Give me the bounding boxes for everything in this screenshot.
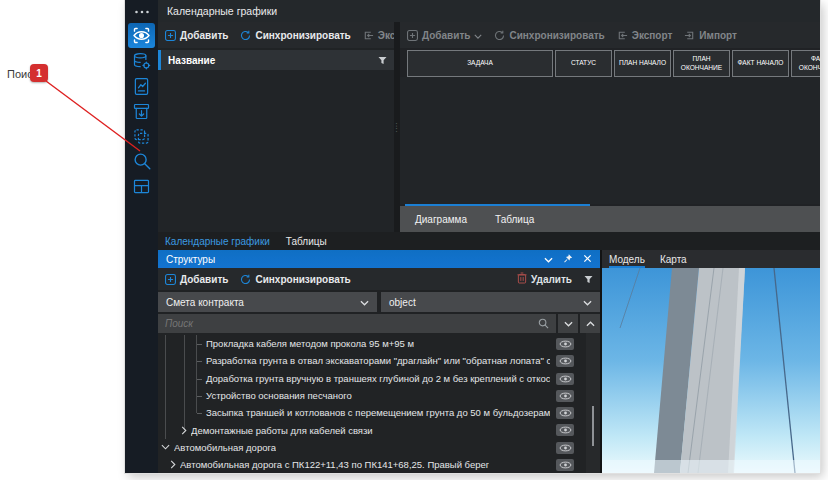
chevron-down-icon <box>360 297 369 308</box>
chevron-down-icon[interactable] <box>161 444 170 450</box>
chevron-right-icon[interactable] <box>170 460 176 469</box>
structures-title: Структуры <box>166 254 215 265</box>
gantt-tabbar: Диаграмма Таблица <box>400 206 820 232</box>
tree-item[interactable]: Доработка грунта вручную в траншеях глуб… <box>158 370 600 387</box>
search-input[interactable] <box>165 318 538 329</box>
chevron-right-icon[interactable] <box>181 426 187 435</box>
column-header[interactable]: СТАТУС <box>555 50 612 77</box>
add-label: Добавить <box>422 30 470 41</box>
structures-panel: Структуры Добавить <box>158 250 600 473</box>
import-icon <box>684 30 695 41</box>
visibility-toggle[interactable] <box>556 373 574 385</box>
tree-item-label: Устройство основания песчаного <box>197 390 352 401</box>
export-icon <box>617 30 628 41</box>
visibility-toggle[interactable] <box>556 424 574 436</box>
schedules-list-panel: Добавить Синхронизировать Экспорт И <box>158 22 394 232</box>
app-window: Календарные графики Добавить Синхронизир… <box>125 0 820 473</box>
archive-import-icon[interactable] <box>128 99 155 123</box>
column-header[interactable]: ПЛАН ОКОНЧАНИЕ <box>673 50 730 77</box>
tree-item[interactable]: Демонтажные работы для кабелей связи <box>158 421 600 438</box>
visibility-toggle[interactable] <box>556 407 574 419</box>
tab-table[interactable]: Таблица <box>495 214 534 225</box>
sync-icon <box>494 30 505 41</box>
chevron-down-icon[interactable] <box>544 254 553 265</box>
column-header[interactable]: ФАКТ НАЧАЛО <box>732 50 789 77</box>
plus-icon <box>407 30 418 41</box>
copy-layers-icon[interactable] <box>128 124 155 148</box>
close-icon[interactable] <box>583 254 592 265</box>
model-3d-viewport[interactable] <box>602 268 820 473</box>
structures-header[interactable]: Структуры <box>158 250 600 268</box>
tree-item[interactable]: Прокладка кабеля методом прокола 95 м+95… <box>158 335 600 352</box>
sync-button[interactable]: Синхронизировать <box>240 30 350 41</box>
tree-item[interactable]: Автомобильная дорога <box>158 439 600 456</box>
search-field[interactable] <box>158 314 556 333</box>
column-header[interactable]: ФАКТ ОКОНЧАНИЕ <box>791 50 820 77</box>
menu-ellipsis-icon[interactable] <box>131 5 153 18</box>
tab-model[interactable]: Модель <box>609 250 645 268</box>
delete-button[interactable]: Удалить <box>517 272 572 286</box>
tree-item[interactable]: Устройство основания песчаного <box>158 387 600 404</box>
add-label: Добавить <box>180 30 228 41</box>
visibility-toggle[interactable] <box>556 338 574 350</box>
tab-calendar-schedules[interactable]: Календарные графики <box>165 236 270 247</box>
chevron-down-icon <box>583 297 592 308</box>
gantt-canvas[interactable] <box>400 77 820 204</box>
filter-funnel-icon[interactable] <box>378 56 387 65</box>
database-gear-icon[interactable] <box>128 49 155 73</box>
visibility-toggle[interactable] <box>556 459 574 471</box>
export-label: Экспорт <box>632 30 673 41</box>
model-tabbar: Модель Карта <box>602 250 820 268</box>
add-button[interactable]: Добавить <box>407 30 482 41</box>
add-button[interactable]: Добавить <box>165 30 228 41</box>
schedules-empty-list[interactable] <box>158 70 394 232</box>
column-header[interactable]: ЗАДАЧА <box>407 50 553 77</box>
bridge-pylon-render <box>602 268 820 473</box>
report-document-icon[interactable] <box>128 74 155 98</box>
schedules-toolbar: Добавить Синхронизировать Экспорт И <box>158 22 394 48</box>
visibility-toggle[interactable] <box>556 442 574 454</box>
sync-label: Синхронизировать <box>509 30 604 41</box>
tree-item-label: Демонтажные работы для кабелей связи <box>191 425 373 436</box>
tab-diagram[interactable]: Диаграмма <box>415 214 467 225</box>
add-button[interactable]: Добавить <box>165 274 228 285</box>
tab-map[interactable]: Карта <box>660 250 687 268</box>
annotation-badge: 1 <box>30 64 48 82</box>
gantt-panel: Добавить Синхронизировать Экспорт <box>400 22 820 232</box>
main-content: Календарные графики Добавить Синхронизир… <box>158 0 820 473</box>
tab-tables[interactable]: Таблицы <box>286 236 327 247</box>
add-label: Добавить <box>180 274 228 285</box>
document-tabs: Календарные графики Таблицы <box>158 232 820 250</box>
name-column-label: Название <box>168 55 215 66</box>
left-icon-sidebar <box>125 0 158 473</box>
tree-scrollbar[interactable] <box>586 333 600 473</box>
delete-label: Удалить <box>531 274 572 285</box>
import-button[interactable]: Импорт <box>684 30 737 41</box>
layout-grid-icon[interactable] <box>128 174 155 198</box>
export-button[interactable]: Экспорт <box>617 30 673 41</box>
tree-item[interactable]: Засыпка траншей и котлованов с перемещен… <box>158 404 600 421</box>
filter-funnel-icon[interactable] <box>584 275 593 284</box>
expand-all-button[interactable] <box>558 314 578 333</box>
visibility-toggle[interactable] <box>556 355 574 367</box>
tree-item[interactable]: Автомобильная дорога с ПК122+11,43 по ПК… <box>158 456 600 473</box>
search-magnifier-icon <box>538 315 549 333</box>
splitter-grip-icon: ···· <box>395 122 398 133</box>
pin-icon[interactable] <box>563 253 573 266</box>
name-column-header[interactable]: Название <box>158 50 394 70</box>
trash-icon <box>517 272 527 286</box>
scrollbar-thumb[interactable] <box>592 406 594 446</box>
contract-estimate-select[interactable]: Смета контракта <box>158 292 377 312</box>
vertical-splitter[interactable]: ···· <box>394 22 400 232</box>
search-icon[interactable] <box>128 149 155 173</box>
tree-item[interactable]: Разработка грунта в отвал экскаваторами … <box>158 352 600 369</box>
visibility-toggle[interactable] <box>556 390 574 402</box>
structures-tree: Прокладка кабеля методом прокола 95 м+95… <box>158 333 600 473</box>
column-header[interactable]: ПЛАН НАЧАЛО <box>614 50 671 77</box>
collapse-all-button[interactable] <box>580 314 600 333</box>
bottom-section: Структуры Добавить <box>158 250 820 473</box>
object-select[interactable]: object <box>381 292 600 312</box>
model-view-eye-icon[interactable] <box>128 23 155 48</box>
sync-button[interactable]: Синхронизировать <box>240 274 350 285</box>
sync-button[interactable]: Синхронизировать <box>494 30 604 41</box>
